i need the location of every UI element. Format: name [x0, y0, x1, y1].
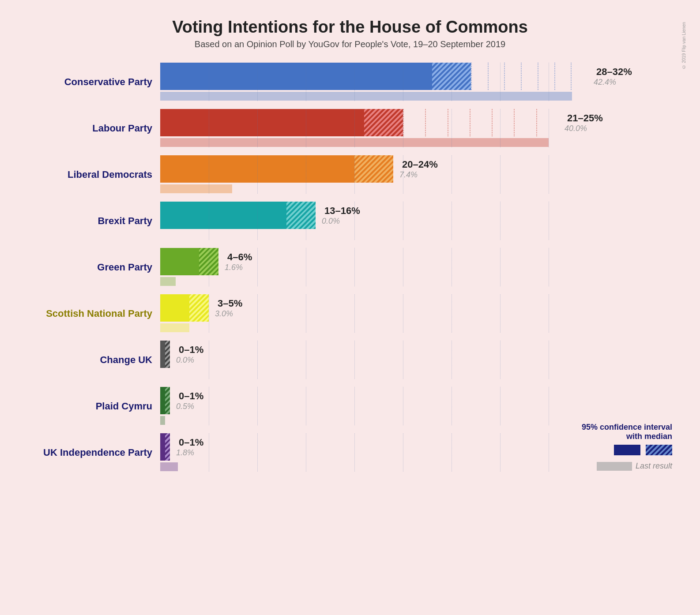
legend-last-box [597, 462, 632, 471]
last-result-bar [160, 92, 572, 101]
party-label: Liberal Democrats [23, 169, 160, 180]
bar-row: Change UK0–1%0.0% [23, 341, 685, 379]
bar-row: Scottish National Party3–5%3.0% [23, 294, 685, 333]
range-label: 0–1% [179, 344, 203, 356]
bar-row: Brexit Party13–16%0.0% [23, 202, 685, 240]
party-label: Labour Party [23, 123, 160, 134]
bar-hatched [286, 202, 316, 229]
last-result-label: 3.0% [215, 309, 242, 319]
bar-solid [160, 433, 165, 461]
range-label: 3–5% [218, 298, 242, 309]
last-result-label: 1.6% [225, 263, 252, 272]
bar-row: Conservative Party28–32%42.4% [23, 63, 685, 101]
last-result-label: 0.0% [176, 356, 203, 365]
party-label: UK Independence Party [23, 447, 160, 458]
party-label: Change UK [23, 354, 160, 366]
bar-solid [160, 248, 199, 275]
chart-title: Voting Intentions for the House of Commo… [15, 18, 685, 37]
range-label: 28–32% [596, 66, 632, 78]
party-label: Plaid Cymru [23, 401, 160, 412]
chart-subtitle: Based on an Opinion Poll by YouGov for P… [15, 39, 685, 49]
last-result-label: 0.0% [322, 217, 360, 226]
last-result-label: 40.0% [565, 124, 603, 133]
bar-hatched [364, 109, 403, 136]
legend-items [614, 445, 672, 455]
bar-hatched [354, 155, 393, 183]
range-label: 0–1% [179, 390, 203, 402]
last-result-label: 7.4% [399, 170, 438, 180]
last-result-label: 1.8% [176, 448, 203, 458]
bar-solid [160, 155, 354, 183]
party-label: Green Party [23, 262, 160, 273]
range-label: 20–24% [402, 159, 438, 170]
chart-area: Conservative Party28–32%42.4%Labour Part… [15, 63, 685, 480]
bar-hatched [165, 387, 170, 414]
legend-last-label: Last result [636, 461, 672, 471]
last-result-label: 0.5% [176, 402, 203, 411]
range-label: 0–1% [179, 437, 203, 448]
bar-hatched [165, 433, 170, 461]
range-label: 13–16% [324, 205, 360, 217]
last-result-bar [160, 184, 232, 193]
bar-solid [160, 294, 189, 322]
legend: 95% confidence intervalwith median Last … [582, 423, 672, 471]
last-result-bar [160, 138, 549, 147]
party-label: Scottish National Party [23, 308, 160, 319]
legend-hatch [646, 445, 672, 455]
range-label: 4–6% [227, 251, 252, 263]
bar-solid [160, 202, 286, 229]
bar-row: Labour Party21–25%40.0% [23, 109, 685, 147]
copyright-text: © 2019 Flip van Lienen [681, 22, 686, 69]
last-result-label: 42.4% [594, 78, 632, 87]
bar-solid [160, 387, 165, 414]
range-label: 21–25% [567, 112, 603, 124]
last-result-bar [160, 323, 189, 332]
bar-hatched [189, 294, 209, 322]
legend-title: 95% confidence intervalwith median [582, 423, 672, 441]
legend-solid [614, 445, 640, 455]
bar-hatched [165, 341, 170, 368]
party-label: Brexit Party [23, 215, 160, 227]
last-result-bar [160, 277, 176, 286]
bar-solid [160, 109, 364, 136]
bar-hatched [199, 248, 218, 275]
bar-row: Plaid Cymru0–1%0.5% [23, 387, 685, 425]
bar-solid [160, 341, 165, 368]
last-result-bar [160, 462, 178, 471]
last-result-bar [160, 416, 165, 425]
bar-hatched [432, 63, 471, 90]
bar-solid [160, 63, 432, 90]
party-label: Conservative Party [23, 76, 160, 88]
bar-row: Green Party4–6%1.6% [23, 248, 685, 286]
bar-row: Liberal Democrats20–24%7.4% [23, 155, 685, 194]
